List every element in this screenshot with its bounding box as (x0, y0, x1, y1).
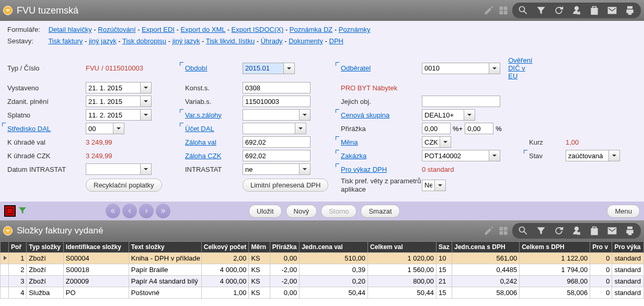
zaloha-val-label[interactable]: Záloha val (185, 138, 216, 146)
dropdown-icon[interactable] (295, 123, 306, 134)
limit-dph-button[interactable]: Limitní přenesená DPH (243, 179, 328, 192)
varszalohy-input[interactable] (243, 109, 299, 121)
search-icon[interactable] (518, 225, 529, 237)
prev-icon[interactable] (122, 204, 137, 218)
datum-intrastat-input[interactable] (86, 163, 140, 175)
col-header[interactable]: Pro výka (612, 242, 644, 253)
dropdown-icon[interactable] (299, 109, 310, 121)
refresh-icon[interactable] (553, 5, 565, 16)
col-header[interactable]: Celkový počet (201, 242, 249, 253)
link-pozn-mky[interactable]: Poznámky (339, 26, 371, 33)
stav-input[interactable] (566, 150, 608, 161)
link-tisk-likvid-l-stku[interactable]: Tisk likvid. lístku (206, 37, 255, 45)
clipboard-icon[interactable] (589, 5, 600, 16)
col-header[interactable]: Jedn.cena val (300, 242, 368, 253)
col-header[interactable]: Celkem s DPH (520, 242, 590, 253)
link-jin-jazyk[interactable]: jiný jazyk (89, 37, 117, 45)
mail-icon[interactable] (606, 225, 618, 237)
refresh-icon[interactable] (553, 225, 565, 237)
col-header[interactable]: Celkem val (368, 242, 436, 253)
tisk-pref-input[interactable] (422, 180, 434, 191)
mail-icon[interactable] (606, 5, 618, 16)
overeni-dic-link[interactable]: Ověření DIČ v EU (508, 56, 532, 80)
col-header[interactable]: Text složky (129, 242, 201, 253)
zaloha-czk-input[interactable] (243, 150, 310, 161)
table-row[interactable]: 2ZbožíS00018Papír Braille4 000,00KS-2,00… (1, 264, 644, 276)
user-settings-icon[interactable] (571, 225, 582, 237)
search-icon[interactable] (518, 5, 529, 16)
dropdown-icon[interactable] (489, 63, 500, 74)
cenova-skupina-input[interactable] (422, 109, 464, 121)
link-export-edi[interactable]: Export EDI (142, 26, 175, 33)
ucet-dal-label[interactable]: Účet DAL (185, 125, 214, 133)
dropdown-icon[interactable] (283, 63, 295, 74)
prirazka1-input[interactable] (422, 123, 451, 134)
variabs-input[interactable] (243, 96, 310, 107)
dropdown-icon[interactable] (140, 82, 152, 93)
storno-button[interactable]: Storno (321, 205, 356, 218)
zaloha-czk-label[interactable]: Záloha CZK (185, 152, 221, 160)
zakazka-label[interactable]: Zakázka (341, 152, 366, 160)
print-icon[interactable] (624, 225, 636, 237)
vystaveno-input[interactable] (86, 82, 140, 93)
stredisko-dal-label[interactable]: Středisko DAL (7, 125, 51, 133)
edit-icon[interactable] (483, 225, 494, 237)
link-roz-tov-n-[interactable]: Rozúčtování (98, 26, 135, 33)
delete-button[interactable]: Smazat (361, 205, 399, 218)
filter-icon[interactable] (535, 225, 547, 237)
link--hrady[interactable]: Úhrady (261, 37, 283, 45)
pro-vykaz-dph-label[interactable]: Pro výkaz DPH (341, 166, 387, 173)
dropdown-icon[interactable] (140, 96, 152, 107)
stav-label[interactable]: Stav (529, 152, 543, 160)
zaloha-val-input[interactable] (243, 136, 310, 148)
link-dph[interactable]: DPH (329, 37, 343, 45)
col-header[interactable]: Jedn.cena s DPH (452, 242, 520, 253)
varszalohy-label[interactable]: Var.s.zálohy (185, 111, 222, 119)
clipboard-icon[interactable] (589, 225, 600, 237)
splatno-input[interactable] (86, 109, 140, 121)
link-jin-jazyk[interactable]: jiný jazyk (172, 37, 200, 45)
link-pozn-mka-dz[interactable]: Poznámka DZ (290, 26, 332, 33)
col-header[interactable]: Pro v (590, 242, 612, 253)
dropdown-icon[interactable] (489, 150, 500, 161)
link-export-do-xml[interactable]: Export do XML (181, 26, 226, 33)
collapse-icon[interactable] (3, 6, 13, 15)
link-tisk-dobropisu[interactable]: Tisk dobropisu (122, 37, 166, 45)
stop-icon[interactable] (4, 205, 16, 217)
table-row[interactable]: 1ZbožíS00004Kniha - DPH v příklade2,00KS… (1, 253, 644, 264)
col-header[interactable]: Měrn (249, 242, 270, 253)
ucet-dal-input[interactable] (243, 123, 295, 134)
dropdown-icon[interactable] (434, 180, 446, 191)
odberatel-label[interactable]: Odběratel (341, 64, 371, 72)
table-row[interactable]: 4SlužbaPOPoštovné1,00KS0,0050,4450,44155… (1, 287, 644, 299)
first-icon[interactable] (106, 204, 120, 218)
col-header[interactable] (1, 242, 9, 253)
dropdown-icon[interactable] (464, 109, 475, 121)
stredisko-dal-input[interactable] (86, 123, 113, 134)
col-header[interactable]: Saz (436, 242, 452, 253)
grid-icon[interactable] (498, 5, 509, 16)
col-header[interactable]: Přirážka (270, 242, 299, 253)
col-header[interactable]: Typ složky (27, 242, 64, 253)
dropdown-icon[interactable] (299, 163, 310, 175)
recykl-button[interactable]: Recyklační poplatky (86, 179, 162, 192)
zakazka-input[interactable] (422, 150, 489, 161)
dropdown-icon[interactable] (440, 136, 451, 148)
mena-label[interactable]: Měna (341, 138, 358, 146)
collapse-icon[interactable] (3, 226, 13, 236)
col-header[interactable]: Poř (9, 242, 27, 253)
link-export-isdoc-x-[interactable]: Export ISDOC(X) (232, 26, 284, 33)
save-button[interactable]: Uložit (249, 205, 282, 218)
col-header[interactable]: Identifikace složky (63, 242, 129, 253)
obdobi-label[interactable]: Období (185, 64, 208, 72)
zdanit-input[interactable] (86, 96, 140, 107)
print-icon[interactable] (624, 5, 636, 16)
dropdown-icon[interactable] (608, 150, 620, 161)
next-icon[interactable] (139, 204, 154, 218)
konsts-input[interactable] (243, 82, 310, 93)
dropdown-icon[interactable] (113, 123, 124, 134)
obdobi-input[interactable] (243, 63, 283, 74)
grid-icon[interactable] (498, 225, 509, 237)
odberatel-input[interactable] (422, 63, 489, 74)
dropdown-icon[interactable] (140, 163, 152, 175)
